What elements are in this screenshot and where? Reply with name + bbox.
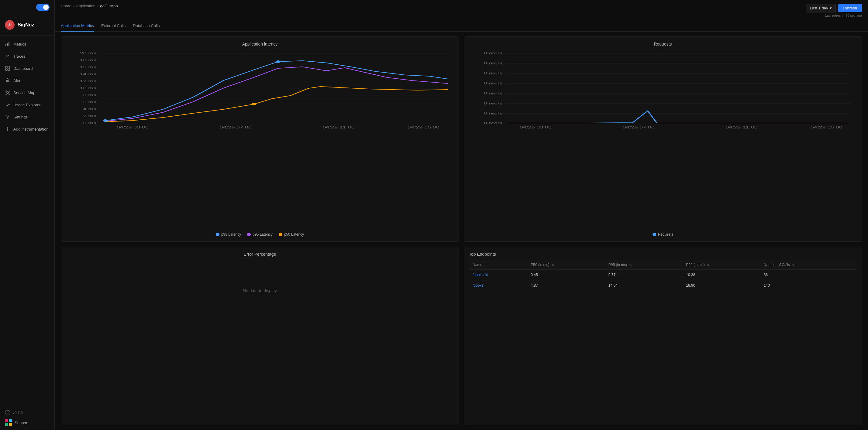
svg-text:04/29 11:00: 04/29 11:00: [323, 126, 355, 129]
theme-toggle[interactable]: [36, 4, 50, 11]
p95-dot: [247, 233, 251, 236]
breadcrumb-application[interactable]: Application: [76, 4, 95, 8]
logo-icon: 👁: [5, 20, 14, 30]
svg-text:16 ms: 16 ms: [80, 66, 96, 69]
svg-point-9: [7, 92, 8, 94]
sidebar-item-add-instrumentation[interactable]: Add instrumentation: [0, 123, 54, 135]
svg-text:8 ms: 8 ms: [83, 94, 96, 97]
p50-label: p50 Latency: [284, 232, 304, 237]
svg-point-46: [251, 103, 256, 105]
time-selector[interactable]: Last 1 day ▾: [806, 4, 836, 12]
svg-text:0 req/s: 0 req/s: [484, 92, 502, 95]
endpoint-p50-1: 0.45: [527, 269, 605, 280]
logo-area: 👁 SigNoz: [0, 14, 54, 36]
latency-chart-card: Application latency 20 ms: [61, 36, 459, 242]
svg-text:04/29 07:00: 04/29 07:00: [220, 126, 252, 129]
version-row: v0.7.5: [5, 410, 50, 416]
endpoint-p95-2: 14.04: [605, 280, 683, 291]
traces-label: Traces: [13, 54, 25, 59]
col-name[interactable]: Name: [469, 260, 527, 270]
p95-label: p95 Latency: [253, 232, 272, 237]
dashboard-icon: [5, 66, 10, 71]
service-map-label: Service Map: [13, 91, 35, 95]
endpoint-name-2[interactable]: /books: [469, 280, 527, 291]
sidebar-item-usage-explorer[interactable]: Usage Explorer: [0, 99, 54, 111]
svg-rect-1: [7, 43, 8, 46]
alerts-label: Alerts: [13, 78, 23, 83]
svg-text:0 req/s: 0 req/s: [484, 112, 502, 115]
sidebar-item-traces[interactable]: Traces: [0, 50, 54, 62]
sidebar-item-settings[interactable]: Settings: [0, 111, 54, 123]
metrics-icon: [5, 41, 10, 47]
sidebar-item-metrics[interactable]: Metrics: [0, 38, 54, 50]
svg-text:0 req/s: 0 req/s: [484, 122, 502, 125]
svg-point-14: [7, 116, 8, 118]
usage-explorer-label: Usage Explorer: [13, 103, 41, 107]
version-icon: [5, 410, 10, 416]
refresh-button[interactable]: Refresh: [838, 4, 862, 12]
svg-text:2 ms: 2 ms: [83, 114, 96, 118]
time-selector-label: Last 1 day: [810, 6, 828, 10]
sort-icon-p99: ⇅: [707, 263, 709, 267]
breadcrumb-home[interactable]: Home: [61, 4, 71, 8]
svg-point-8: [7, 81, 8, 82]
svg-rect-6: [8, 69, 10, 70]
svg-point-13: [9, 94, 10, 95]
sidebar-item-alerts[interactable]: Alerts: [0, 74, 54, 87]
sidebar-item-service-map[interactable]: Service Map: [0, 87, 54, 99]
tab-database-calls[interactable]: Database Calls: [133, 21, 160, 32]
alerts-icon: [5, 78, 10, 83]
svg-text:20 ms: 20 ms: [80, 52, 96, 55]
svg-rect-2: [8, 42, 9, 46]
svg-text:14 ms: 14 ms: [80, 73, 96, 76]
error-chart-title: Error Percentage: [66, 252, 454, 257]
svg-text:04/29 15:00: 04/29 15:00: [811, 126, 843, 129]
requests-legend: Requests: [469, 232, 857, 237]
support-row[interactable]: Support: [5, 419, 50, 426]
p99-label: p99 Latency: [221, 232, 241, 237]
charts-area: Application latency 20 ms: [55, 32, 868, 430]
error-no-data: No data to display: [66, 260, 454, 321]
requests-chart-body: 0 req/s 0 req/s 0 req/s 0 req/s 0 req/s …: [469, 50, 857, 229]
svg-rect-5: [5, 69, 7, 70]
sidebar-item-dashboard[interactable]: Dashboard: [0, 62, 54, 74]
svg-rect-3: [5, 66, 7, 68]
breadcrumb: Home / Application / goGinApp: [61, 4, 118, 8]
col-p50[interactable]: P50 (in ms) ⇅: [527, 260, 605, 270]
svg-text:4 ms: 4 ms: [83, 107, 96, 111]
tabs-bar: Application Metrics External Calls Datab…: [55, 17, 868, 32]
tab-external-calls[interactable]: External Calls: [101, 21, 126, 32]
version-label: v0.7.5: [13, 410, 23, 415]
svg-text:6 ms: 6 ms: [83, 101, 96, 104]
endpoint-name-1[interactable]: /books/:id: [469, 269, 527, 280]
legend-p95: p95 Latency: [247, 232, 272, 237]
support-label: Support: [14, 421, 29, 425]
col-p99[interactable]: P99 (in ms) ⇅: [682, 260, 760, 270]
add-instrumentation-icon: [5, 126, 10, 132]
col-calls[interactable]: Number of Calls ⇅: [760, 260, 857, 270]
slack-icon: [5, 419, 12, 426]
svg-text:0 req/s: 0 req/s: [484, 72, 502, 75]
endpoint-p99-2: 18.90: [682, 280, 760, 291]
latency-chart-title: Application latency: [66, 42, 454, 46]
latency-chart-svg: 20 ms 18 ms 16 ms 14 ms 12 ms 10 ms 8 ms…: [66, 50, 454, 129]
p99-dot: [216, 233, 219, 236]
topbar-controls: Last 1 day ▾ Refresh: [806, 4, 862, 12]
col-p95[interactable]: P95 (in ms) ⇅: [605, 260, 683, 270]
table-row: /books 4.87 14.04 18.90 140: [469, 280, 857, 291]
svg-text:04/29 03:00: 04/29 03:00: [117, 126, 149, 129]
top-endpoints-card: Top Endpoints Name P50 (in ms) ⇅ P95 (in…: [464, 246, 862, 425]
svg-point-11: [9, 91, 10, 92]
requests-dot: [653, 233, 656, 236]
breadcrumb-sep1: /: [73, 4, 74, 8]
tab-application-metrics[interactable]: Application Metrics: [61, 21, 94, 32]
svg-text:04/29 03:00: 04/29 03:00: [520, 126, 552, 129]
latency-legend: p99 Latency p95 Latency p50 Latency: [66, 232, 454, 237]
svg-point-12: [6, 94, 7, 95]
svg-point-10: [6, 91, 7, 92]
add-instrumentation-label: Add instrumentation: [13, 127, 49, 131]
top-endpoints-title: Top Endpoints: [469, 252, 857, 257]
endpoints-table: Name P50 (in ms) ⇅ P95 (in ms) ⇅ P99 (in…: [469, 260, 857, 291]
svg-point-17: [5, 410, 10, 415]
svg-text:04/29 07:00: 04/29 07:00: [623, 126, 655, 129]
